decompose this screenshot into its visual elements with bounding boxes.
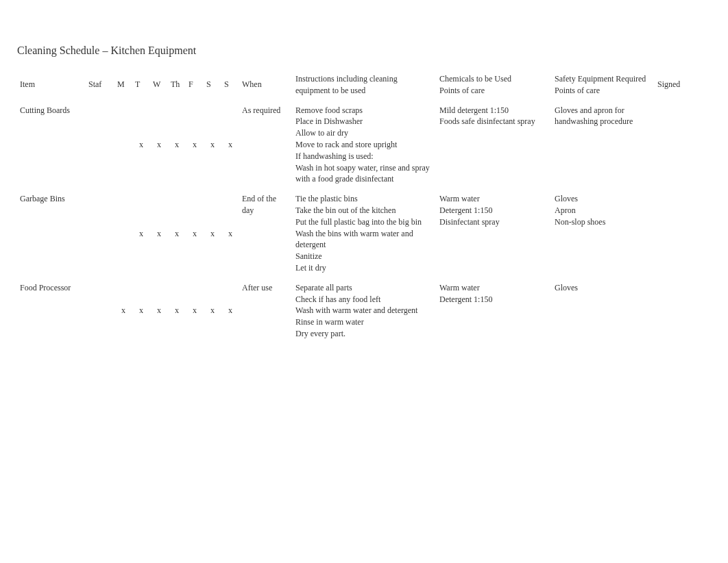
cell-day-th: x	[168, 102, 186, 190]
cell-item: Garbage Bins	[17, 190, 86, 278]
cell-safety: Gloves	[552, 279, 655, 344]
header-signed: Signed	[655, 71, 713, 101]
cell-day-th: x	[168, 190, 186, 278]
cell-day-s1: x	[204, 190, 221, 278]
table-row: Food Processor x x x x x x x After use S…	[17, 279, 713, 344]
cell-day-m	[114, 102, 132, 190]
cell-day-w: x	[150, 102, 168, 190]
cell-chemicals: Warm waterDetergent 1:150	[437, 279, 552, 344]
cell-instructions: Tie the plastic binsTake the bin out of …	[293, 190, 437, 278]
cell-day-f: x	[186, 279, 204, 344]
cell-day-m	[114, 190, 132, 278]
table-row: Cutting Boards x x x x x x As required R…	[17, 102, 713, 190]
cell-day-s2: x	[221, 279, 239, 344]
table-row: Garbage Bins x x x x x x End of the day …	[17, 190, 713, 278]
header-t: T	[132, 71, 150, 101]
header-th: Th	[168, 71, 186, 101]
cell-when: As required	[239, 102, 293, 190]
cell-day-t: x	[132, 102, 150, 190]
cell-signed	[655, 102, 713, 190]
page-title: Cleaning Schedule – Kitchen Equipment	[17, 45, 728, 57]
cell-day-m: x	[114, 279, 132, 344]
header-when: When	[239, 71, 293, 101]
cell-when: End of the day	[239, 190, 293, 278]
header-s1: S	[204, 71, 221, 101]
cell-when: After use	[239, 279, 293, 344]
cell-safety: Gloves and apron for handwashing procedu…	[552, 102, 655, 190]
cell-day-w: x	[150, 190, 168, 278]
header-safety: Safety Equipment RequiredPoints of care	[552, 71, 655, 101]
header-instructions: Instructions including cleaning equipmen…	[293, 71, 437, 101]
cell-staf	[86, 190, 114, 278]
cell-item: Food Processor	[17, 279, 86, 344]
header-w: W	[150, 71, 168, 101]
cell-day-s1: x	[204, 102, 221, 190]
cell-signed	[655, 190, 713, 278]
cell-day-s2: x	[221, 102, 239, 190]
header-item: Item	[17, 71, 86, 101]
cleaning-schedule-table: Item Staf M T W Th F S S When Instructio…	[17, 69, 713, 345]
cell-day-w: x	[150, 279, 168, 344]
header-staf: Staf	[86, 71, 114, 101]
cell-instructions: Remove food scrapsPlace in DishwasherAll…	[293, 102, 437, 190]
cell-signed	[655, 279, 713, 344]
cell-item: Cutting Boards	[17, 102, 86, 190]
cell-chemicals: Warm waterDetergent 1:150Disinfectant sp…	[437, 190, 552, 278]
cell-day-t: x	[132, 190, 150, 278]
header-m: M	[114, 71, 132, 101]
table-header-row: Item Staf M T W Th F S S When Instructio…	[17, 71, 713, 101]
cell-instructions: Separate all partsCheck if has any food …	[293, 279, 437, 344]
cell-staf	[86, 102, 114, 190]
header-s2: S	[221, 71, 239, 101]
cell-day-f: x	[186, 102, 204, 190]
cell-day-t: x	[132, 279, 150, 344]
cell-day-s2: x	[221, 190, 239, 278]
cell-day-f: x	[186, 190, 204, 278]
cell-safety: GlovesApronNon-slop shoes	[552, 190, 655, 278]
header-chemicals: Chemicals to be UsedPoints of care	[437, 71, 552, 101]
header-f: F	[186, 71, 204, 101]
cell-chemicals: Mild detergent 1:150Foods safe disinfect…	[437, 102, 552, 190]
cell-day-th: x	[168, 279, 186, 344]
cell-day-s1: x	[204, 279, 221, 344]
cell-staf	[86, 279, 114, 344]
